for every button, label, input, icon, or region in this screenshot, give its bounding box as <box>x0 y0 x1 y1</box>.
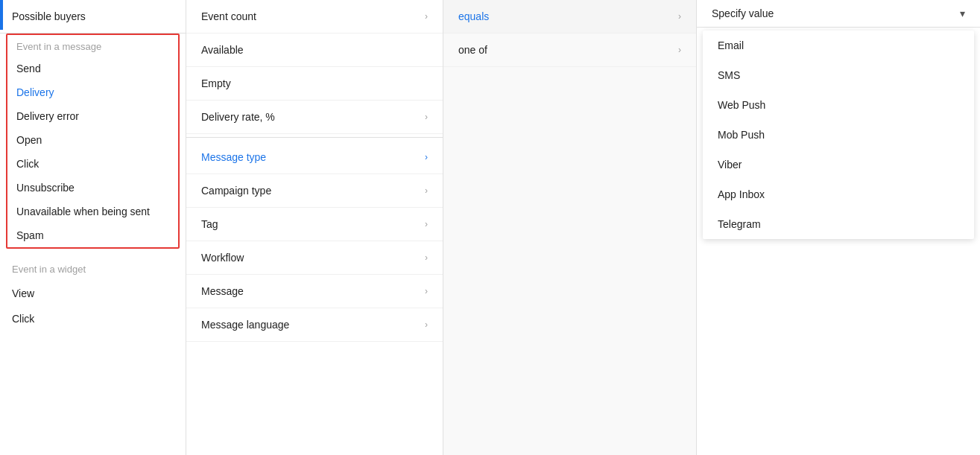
operator-item-label-0: equals <box>458 10 489 22</box>
sidebar-item-event-msg-7[interactable]: Spam <box>7 223 178 247</box>
sidebar-item-event-msg-2[interactable]: Delivery error <box>7 104 178 128</box>
operator-list: equals›one of› <box>443 0 696 67</box>
dropdown-option-6[interactable]: Telegram <box>703 209 974 239</box>
chevron-right-icon: › <box>678 11 681 22</box>
chevron-right-icon: › <box>425 252 428 263</box>
filter-item-9[interactable]: Message language› <box>186 308 443 342</box>
sidebar-item-event-widget-1[interactable]: Click <box>0 306 186 331</box>
dropdown-option-1[interactable]: SMS <box>703 60 974 90</box>
chevron-right-icon: › <box>425 319 428 330</box>
chevron-right-icon: › <box>425 11 428 22</box>
operator-item-label-1: one of <box>458 44 487 56</box>
filter-item-3[interactable]: Delivery rate, %› <box>186 101 443 134</box>
filter-item-label-7: Workflow <box>201 252 244 264</box>
sidebar: Possible buyers Event in a message SendD… <box>0 0 186 455</box>
filter-item-2[interactable]: Empty <box>186 67 443 101</box>
possible-buyers-label: Possible buyers <box>0 0 186 34</box>
sidebar-item-event-msg-3[interactable]: Open <box>7 128 178 152</box>
sidebar-item-event-msg-5[interactable]: Unsubscribe <box>7 176 178 200</box>
filter-item-0[interactable]: Event count› <box>186 0 443 34</box>
filter-list: Event count›AvailableEmptyDelivery rate,… <box>186 0 443 342</box>
filter-item-label-5: Campaign type <box>201 185 271 197</box>
filter-item-label-8: Message <box>201 285 244 297</box>
operator-item-1[interactable]: one of› <box>443 34 696 67</box>
filter-divider <box>186 137 443 138</box>
dropdown-option-3[interactable]: Mob Push <box>703 120 974 150</box>
filter-item-6[interactable]: Tag› <box>186 208 443 241</box>
chevron-right-icon: › <box>425 286 428 296</box>
filter-item-label-0: Event count <box>201 10 256 22</box>
filter-item-label-4: Message type <box>201 151 266 163</box>
chevron-right-icon: › <box>678 45 681 55</box>
chevron-right-icon: › <box>425 112 428 122</box>
dropdown-column: Specify value ▾ EmailSMSWeb PushMob Push… <box>697 0 980 455</box>
operator-item-0[interactable]: equals› <box>443 0 696 34</box>
filter-item-label-2: Empty <box>201 77 231 89</box>
event-in-widget-group: Event in a widget ViewClick <box>0 255 186 331</box>
event-in-message-list: SendDeliveryDelivery errorOpenClickUnsub… <box>7 57 178 247</box>
filter-item-4[interactable]: Message type› <box>186 141 443 174</box>
dropdown-option-0[interactable]: Email <box>703 31 974 60</box>
chevron-right-icon: › <box>425 152 428 162</box>
filter-item-label-6: Tag <box>201 218 218 230</box>
dropdown-options-container: EmailSMSWeb PushMob PushViberApp InboxTe… <box>703 31 974 239</box>
dropdown-option-2[interactable]: Web Push <box>703 90 974 120</box>
sidebar-item-event-msg-1[interactable]: Delivery <box>7 80 178 104</box>
dropdown-option-5[interactable]: App Inbox <box>703 179 974 209</box>
dropdown-header[interactable]: Specify value ▾ <box>697 0 980 28</box>
chevron-right-icon: › <box>425 219 428 229</box>
sidebar-item-event-msg-6[interactable]: Unavailable when being sent <box>7 200 178 223</box>
event-in-message-header: Event in a message <box>7 35 178 57</box>
dropdown-header-label: Specify value <box>712 7 774 19</box>
operators-column: equals›one of› <box>443 0 697 455</box>
filter-item-7[interactable]: Workflow› <box>186 241 443 275</box>
sidebar-item-event-msg-4[interactable]: Click <box>7 152 178 176</box>
chevron-down-icon: ▾ <box>960 7 965 19</box>
accent-bar <box>0 0 3 30</box>
sidebar-item-event-widget-0[interactable]: View <box>0 281 186 306</box>
filter-item-1[interactable]: Available <box>186 34 443 67</box>
sidebar-item-event-msg-0[interactable]: Send <box>7 57 178 80</box>
filter-item-5[interactable]: Campaign type› <box>186 174 443 208</box>
event-in-message-group: Event in a message SendDeliveryDelivery … <box>6 34 180 249</box>
filter-item-8[interactable]: Message› <box>186 275 443 308</box>
filter-item-label-3: Delivery rate, % <box>201 111 275 123</box>
event-in-widget-header: Event in a widget <box>0 255 186 281</box>
filter-item-label-1: Available <box>201 44 244 56</box>
dropdown-option-4[interactable]: Viber <box>703 150 974 179</box>
dropdown-list: EmailSMSWeb PushMob PushViberApp InboxTe… <box>703 31 974 239</box>
filters-column: Event count›AvailableEmptyDelivery rate,… <box>186 0 443 455</box>
chevron-right-icon: › <box>425 185 428 196</box>
filter-item-label-9: Message language <box>201 319 289 331</box>
event-in-widget-list: ViewClick <box>0 281 186 331</box>
